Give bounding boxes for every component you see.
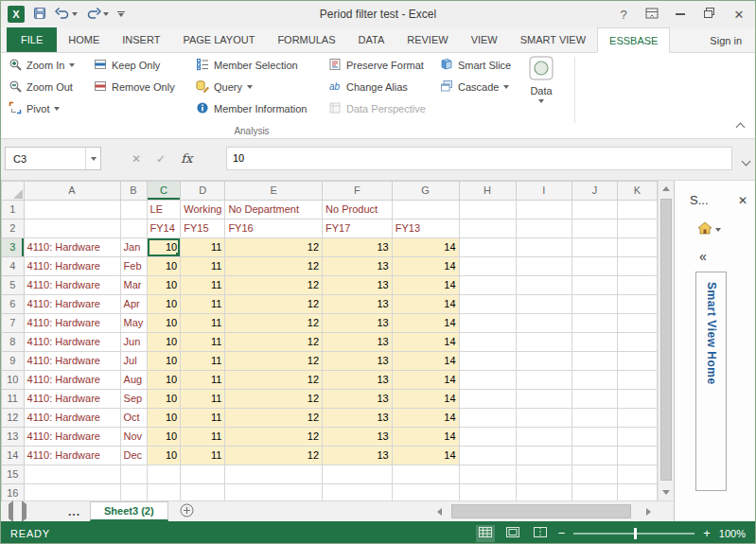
column-header-H[interactable]: H — [459, 182, 516, 201]
cell-B3[interactable]: Jan — [120, 238, 147, 257]
row-header-14[interactable]: 14 — [2, 447, 25, 465]
cell-H12[interactable] — [459, 409, 516, 428]
keep-only-button[interactable]: Keep Only — [90, 56, 164, 75]
cell-D15[interactable] — [181, 465, 225, 484]
cell-E13[interactable]: 12 — [225, 428, 323, 447]
cell-G10[interactable]: 14 — [392, 371, 459, 390]
cell-F5[interactable]: 13 — [323, 276, 393, 295]
cell-F4[interactable]: 13 — [323, 257, 393, 276]
cell-C16[interactable] — [147, 484, 181, 501]
cell-F13[interactable]: 13 — [323, 428, 393, 447]
close-button[interactable]: ✕ — [723, 1, 755, 27]
ribbon-tab-insert[interactable]: INSERT — [111, 27, 171, 52]
sign-in-link[interactable]: Sign in — [710, 35, 755, 52]
normal-view-button[interactable] — [476, 525, 495, 542]
cell-F12[interactable]: 13 — [323, 409, 393, 428]
select-all-button[interactable] — [2, 182, 25, 201]
cell-I8[interactable] — [516, 333, 571, 352]
cell-I6[interactable] — [516, 295, 571, 314]
ribbon-tab-view[interactable]: VIEW — [460, 27, 509, 52]
cell-F7[interactable]: 13 — [323, 314, 393, 333]
new-sheet-button[interactable] — [180, 503, 194, 520]
cell-B4[interactable]: Feb — [120, 257, 147, 276]
cell-A9[interactable]: 4110: Hardware — [24, 352, 120, 371]
cancel-button[interactable]: ✕ — [132, 152, 141, 166]
cell-H11[interactable] — [459, 390, 516, 409]
cell-K2[interactable] — [618, 219, 658, 238]
cell-B12[interactable]: Oct — [120, 409, 147, 428]
cell-K12[interactable] — [618, 409, 658, 428]
cell-H9[interactable] — [459, 352, 516, 371]
row-header-5[interactable]: 5 — [2, 276, 25, 295]
smart-view-home-strip[interactable]: Smart View Home — [695, 272, 727, 491]
member-information-button[interactable]: Member Information — [192, 99, 310, 118]
row-header-12[interactable]: 12 — [2, 409, 25, 428]
cell-J7[interactable] — [571, 314, 617, 333]
cell-H14[interactable] — [459, 447, 516, 465]
cell-D9[interactable]: 11 — [181, 352, 225, 371]
cell-E11[interactable]: 12 — [225, 390, 323, 409]
undo-button[interactable] — [55, 7, 78, 23]
cell-G11[interactable]: 14 — [392, 390, 459, 409]
column-header-G[interactable]: G — [392, 182, 459, 201]
cell-J14[interactable] — [571, 447, 617, 465]
pane-home-control[interactable] — [697, 221, 756, 238]
row-header-10[interactable]: 10 — [2, 371, 25, 390]
zoom-percentage[interactable]: 100% — [719, 528, 746, 539]
cell-F8[interactable]: 13 — [323, 333, 393, 352]
formula-bar-expand-button[interactable] — [743, 153, 749, 167]
ribbon-tab-smart-view[interactable]: SMART VIEW — [509, 27, 597, 52]
cell-F1[interactable]: No Product — [323, 201, 393, 219]
cell-B5[interactable]: Mar — [120, 276, 147, 295]
cell-C11[interactable]: 10 — [147, 390, 181, 409]
zoom-in-control[interactable]: + — [703, 527, 711, 539]
pane-close-button[interactable]: ✕ — [738, 194, 747, 207]
pivot-button[interactable]: Pivot — [5, 99, 63, 118]
row-header-16[interactable]: 16 — [2, 484, 25, 501]
cell-K11[interactable] — [618, 390, 658, 409]
zoom-slider[interactable] — [573, 528, 694, 539]
zoom-in-button[interactable]: Zoom In — [5, 56, 79, 75]
cell-E3[interactable]: 12 — [225, 238, 323, 257]
cell-H4[interactable] — [459, 257, 516, 276]
cell-G5[interactable]: 14 — [392, 276, 459, 295]
cell-J1[interactable] — [571, 201, 617, 219]
customize-qat-button[interactable] — [117, 11, 125, 18]
name-box[interactable]: C3 — [5, 147, 101, 170]
sheet-scroll-ellipsis[interactable]: ... — [68, 505, 80, 518]
cell-H7[interactable] — [459, 314, 516, 333]
cell-H2[interactable] — [459, 219, 516, 238]
row-header-9[interactable]: 9 — [2, 352, 25, 371]
cell-E14[interactable]: 12 — [225, 447, 323, 465]
cell-B16[interactable] — [120, 484, 147, 501]
cell-F9[interactable]: 13 — [323, 352, 393, 371]
smart-slice-button[interactable]: Smart Slice — [436, 56, 515, 75]
cell-B13[interactable]: Nov — [120, 428, 147, 447]
cell-J12[interactable] — [571, 409, 617, 428]
cell-K3[interactable] — [618, 238, 658, 257]
pane-collapse-button[interactable]: « — [699, 249, 707, 264]
cell-B11[interactable]: Sep — [120, 390, 147, 409]
cell-F10[interactable]: 13 — [323, 371, 393, 390]
cell-G12[interactable]: 14 — [392, 409, 459, 428]
cell-K9[interactable] — [618, 352, 658, 371]
cell-K1[interactable] — [618, 201, 658, 219]
cell-A10[interactable]: 4110: Hardware — [24, 371, 120, 390]
cell-A12[interactable]: 4110: Hardware — [24, 409, 120, 428]
scroll-left-button[interactable] — [431, 503, 448, 519]
cell-K10[interactable] — [618, 371, 658, 390]
cell-J2[interactable] — [571, 219, 617, 238]
cell-E2[interactable]: FY16 — [225, 219, 323, 238]
cell-K13[interactable] — [618, 428, 658, 447]
cell-B10[interactable]: Aug — [120, 371, 147, 390]
cell-I14[interactable] — [516, 447, 571, 465]
cell-C3[interactable]: 10 — [147, 238, 181, 257]
cell-D8[interactable]: 11 — [181, 333, 225, 352]
cell-H1[interactable] — [459, 201, 516, 219]
cell-C1[interactable]: LE — [147, 201, 181, 219]
cell-K15[interactable] — [618, 465, 658, 484]
cell-D14[interactable]: 11 — [181, 447, 225, 465]
cell-H3[interactable] — [459, 238, 516, 257]
cell-F3[interactable]: 13 — [323, 238, 393, 257]
minimize-button[interactable] — [666, 1, 694, 27]
